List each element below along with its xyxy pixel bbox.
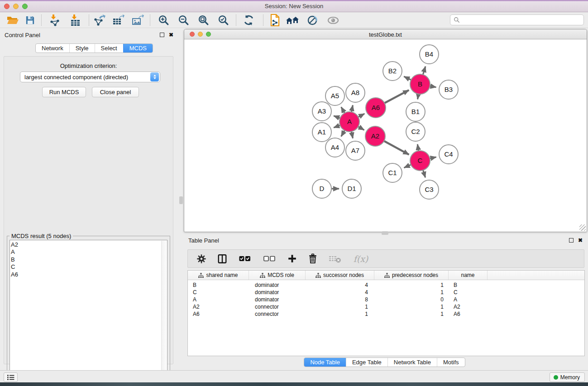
graph-edge-C-C1[interactable] (404, 165, 411, 168)
table-cell: A2 (449, 304, 488, 310)
graph-edge-C-C3[interactable] (423, 170, 425, 177)
graph-node-label: C3 (425, 186, 433, 193)
graph-edge-C-C2[interactable] (417, 144, 418, 151)
graph-edge-A-A8[interactable] (351, 105, 353, 112)
table-cell: dominator (249, 289, 306, 295)
close-table-panel-icon[interactable]: ✖ (578, 238, 583, 243)
table-cell: 1 (306, 311, 374, 317)
gear-icon[interactable] (196, 253, 207, 265)
zoom-out-icon[interactable] (175, 13, 191, 27)
graph-edge-A-A1[interactable] (334, 125, 340, 128)
table-cell: 1 (374, 311, 449, 317)
column-header-name[interactable]: name (449, 271, 488, 280)
graph-edge-B-B1[interactable] (418, 94, 419, 100)
table-row[interactable]: Adominator80A (188, 296, 584, 303)
select-all-icon[interactable] (238, 253, 252, 265)
criterion-dropdown[interactable]: largest connected component (directed) (20, 71, 160, 82)
table-row[interactable]: Cdominator41C (188, 289, 584, 296)
memory-button[interactable]: Memory (550, 372, 585, 382)
deselect-all-icon[interactable] (262, 253, 277, 265)
new-network-from-selection-icon[interactable] (267, 13, 283, 27)
add-column-icon[interactable] (287, 253, 297, 265)
columns-icon[interactable] (217, 253, 228, 265)
memory-status-icon (554, 375, 558, 380)
network-canvas[interactable]: B4B2BB3A8A5A6A3B1AA1C2A2A4A7C4CC1C3DD1 (185, 39, 587, 232)
mcds-result-item[interactable]: C (11, 263, 161, 271)
export-network-icon[interactable] (91, 13, 107, 27)
export-table-icon[interactable] (110, 13, 126, 27)
tab-motifs[interactable]: Motifs (437, 358, 465, 367)
graph-edge-B-B2[interactable] (404, 76, 411, 80)
search-input[interactable] (462, 17, 583, 23)
delete-icon[interactable] (307, 253, 318, 265)
graph-edge-A-A4[interactable] (341, 130, 345, 136)
column-header-mcds-role[interactable]: MCDS role (249, 271, 306, 280)
graph-edge-A2-C[interactable] (384, 141, 409, 155)
table-cell: 1 (374, 289, 449, 295)
graph-edge-A6-B[interactable] (384, 90, 409, 103)
tab-node-table[interactable]: Node Table (304, 358, 346, 367)
column-header-predecessor-nodes[interactable]: predecessor nodes (374, 271, 449, 280)
memory-label: Memory (560, 374, 580, 381)
list-scrollbar[interactable] (161, 241, 167, 386)
export-image-icon[interactable] (129, 13, 146, 27)
resize-grip[interactable] (579, 224, 586, 231)
vertical-splitter-handle[interactable] (179, 196, 183, 204)
table-row[interactable]: A2connector11A2 (188, 303, 584, 310)
mcds-result-item[interactable]: A6 (11, 271, 161, 278)
show-hide-icon[interactable] (325, 13, 341, 27)
mcds-result-group: MCDS result (5 nodes) A2ABCA6 (7, 236, 170, 386)
graph-edge-A-A6[interactable] (358, 114, 364, 117)
close-panel-icon[interactable]: ✖ (169, 33, 173, 37)
tab-mcds[interactable]: MCDS (123, 44, 153, 52)
optimization-criterion-label: Optimization criterion: (4, 62, 173, 69)
graph-edge-B-B3[interactable] (430, 86, 436, 87)
mcds-result-title: MCDS result (5 nodes) (10, 233, 73, 239)
tab-network-table[interactable]: Network Table (387, 358, 437, 367)
table-row[interactable]: Bdominator41B (188, 281, 584, 289)
table-row[interactable]: A6connector11A6 (188, 310, 584, 318)
run-mcds-button[interactable]: Run MCDS (42, 87, 86, 97)
mcds-panel: Optimization criterion: largest connecte… (4, 56, 173, 364)
save-session-icon[interactable] (22, 13, 38, 27)
search-field[interactable] (450, 14, 584, 25)
column-header-successor-nodes[interactable]: successor nodes (306, 271, 374, 280)
graphics-details-icon[interactable] (305, 13, 321, 27)
table-panel: Table Panel ✖ (181, 234, 588, 369)
tab-style[interactable]: Style (69, 44, 95, 52)
zoom-fit-icon[interactable] (195, 13, 211, 27)
import-network-icon[interactable] (47, 13, 63, 27)
table-cell: 4 (306, 282, 374, 288)
mcds-result-list[interactable]: A2ABCA6 (10, 240, 167, 386)
graph-node-label: A8 (351, 89, 359, 96)
graph-edge-A-A7[interactable] (351, 132, 353, 138)
zoom-selected-icon[interactable] (215, 13, 231, 27)
zoom-in-icon[interactable] (155, 13, 172, 27)
refresh-layout-icon[interactable] (240, 13, 257, 27)
mcds-result-item[interactable]: B (11, 256, 161, 263)
graph-edge-A-A2[interactable] (358, 127, 364, 130)
close-panel-button[interactable]: Close panel (92, 87, 139, 97)
import-table-icon[interactable] (67, 13, 83, 27)
mcds-result-item[interactable]: A (11, 248, 161, 256)
first-neighbors-icon[interactable] (285, 13, 301, 27)
graph-edge-A-A3[interactable] (334, 116, 340, 118)
float-panel-icon[interactable] (160, 33, 164, 37)
network-window-titlebar[interactable]: testGlobe.txt (184, 29, 587, 39)
mcds-result-item[interactable]: A2 (11, 241, 161, 248)
tab-network[interactable]: Network (36, 44, 69, 52)
graph-node-label: A2 (371, 132, 379, 140)
tab-select[interactable]: Select (95, 44, 123, 52)
table-cell: 8 (306, 296, 374, 303)
graph-node-label: B (418, 80, 422, 88)
tab-edge-table[interactable]: Edge Table (346, 358, 387, 367)
table-cell: A (449, 296, 488, 303)
graph-edge-B-B4[interactable] (423, 67, 425, 75)
open-file-icon[interactable] (5, 13, 21, 27)
graph-edge-C-C4[interactable] (430, 157, 436, 158)
graph-edge-A-A5[interactable] (341, 107, 345, 113)
delete-table-icon[interactable] (328, 253, 342, 265)
column-header-shared-name[interactable]: shared name (188, 271, 249, 280)
task-history-button[interactable] (4, 372, 18, 382)
float-table-panel-icon[interactable] (569, 238, 574, 243)
